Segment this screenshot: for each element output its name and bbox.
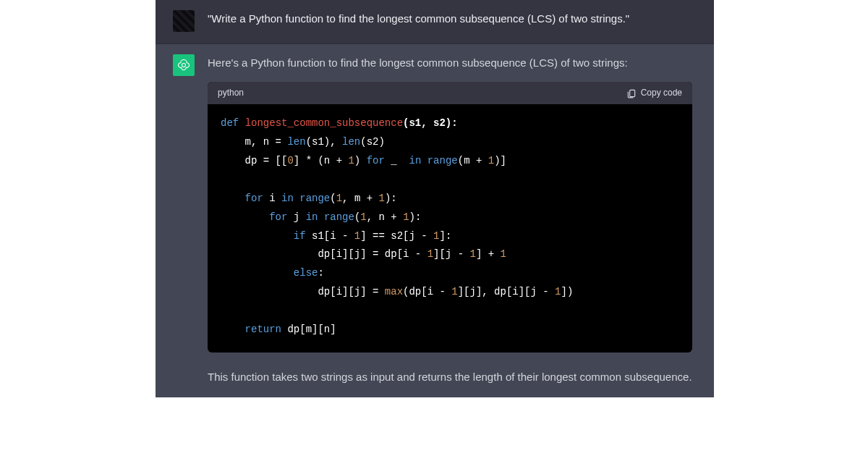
assistant-post-text: This function takes two strings as input… [208,368,692,386]
code-header: python Copy code [208,82,692,104]
user-message-text: "Write a Python function to find the lon… [208,9,697,32]
user-message-row: "Write a Python function to find the lon… [156,0,714,44]
assistant-intro-text: Here's a Python function to find the lon… [208,54,692,72]
assistant-avatar [173,54,195,76]
user-avatar [173,10,195,32]
assistant-message-row: Here's a Python function to find the lon… [156,44,714,397]
copy-code-label: Copy code [641,86,682,100]
code-block: python Copy code def longest_common_subs… [208,82,692,352]
copy-code-button[interactable]: Copy code [626,86,682,100]
clipboard-icon [626,88,637,98]
code-language-label: python [218,86,244,100]
code-content[interactable]: def longest_common_subsequence(s1, s2): … [208,104,692,352]
openai-logo-icon [176,58,191,72]
svg-rect-1 [629,90,634,96]
svg-point-0 [182,64,186,67]
assistant-message-content: Here's a Python function to find the lon… [208,53,697,386]
